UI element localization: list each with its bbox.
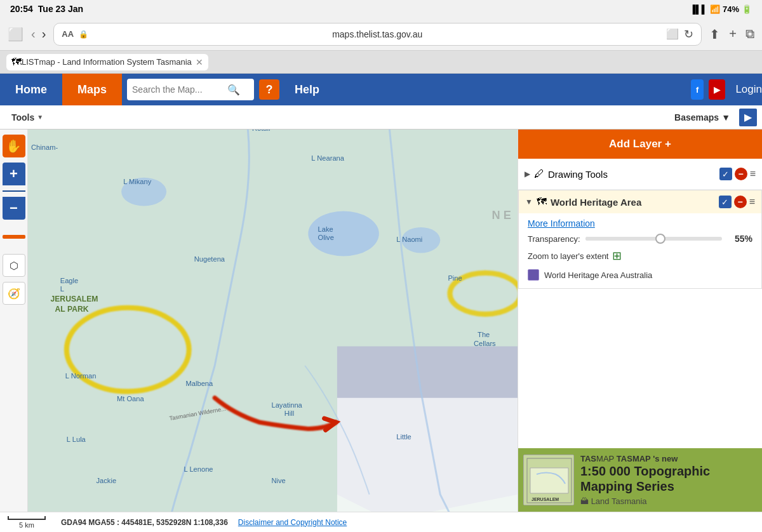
wifi-icon: 📶 (710, 4, 720, 14)
help-question-btn[interactable]: ? (259, 79, 279, 100)
svg-text:Lake: Lake (318, 225, 333, 233)
tools-bar: Tools ▼ Basemaps ▼ ▶ (0, 105, 762, 130)
tab-bar: 🗺 LISTmap - Land Information System Tasm… (0, 51, 762, 74)
drawing-tools-icon: 🖊 (534, 168, 544, 180)
active-tab[interactable]: 🗺 LISTmap - Land Information System Tasm… (6, 54, 208, 70)
svg-text:L: L (60, 285, 64, 293)
zoom-extent-row: Zoom to layer's extent ⊞ (528, 249, 752, 263)
ad-brand-text: Land Tasmania (591, 496, 647, 506)
new-tab-button[interactable]: + (729, 27, 737, 41)
ad-map-thumbnail: JERUSALEM (523, 455, 574, 505)
world-heritage-section: ▼ 🗺 World Heritage Area ✓ − ≡ More Infor… (518, 190, 762, 289)
legend-swatch (528, 269, 539, 281)
zoom-out-btn[interactable]: − (3, 197, 25, 220)
text-size-btn[interactable]: AA (62, 29, 74, 39)
tools-label: Tools (11, 112, 34, 123)
lock-icon: 🔒 (79, 30, 88, 39)
right-panel: Add Layer + ▶ 🖊 Drawing Tools ✓ − ≡ (518, 130, 762, 512)
svg-text:L Lula: L Lula (67, 436, 86, 443)
ad-banner: JERUSALEM TASMAP TASMAP 's new 1:50 000 … (518, 448, 762, 512)
login-btn[interactable]: Login (735, 83, 762, 96)
basemaps-arrow-icon: ▼ (721, 112, 730, 123)
wh-layer-icon: 🗺 (537, 196, 547, 208)
ad-description: 1:50 000 Topographic Mapping Series (580, 463, 757, 494)
battery: 74% (723, 4, 739, 14)
address-bar[interactable]: AA 🔒 maps.thelist.tas.gov.au ⬜ ↻ (53, 23, 702, 46)
social-links: f ▶ (691, 79, 725, 100)
svg-text:Olive: Olive (318, 234, 334, 241)
facebook-btn[interactable]: f (691, 79, 704, 100)
back-button[interactable]: ‹ (31, 27, 36, 41)
tab-favicon: 🗺 (11, 57, 22, 68)
transparency-slider-thumb[interactable] (655, 234, 665, 244)
svg-text:AL PARK: AL PARK (55, 305, 89, 314)
transparency-row: Transparency: 55% (528, 234, 752, 244)
search-box[interactable]: 🔍 (127, 79, 254, 100)
browser-chrome: ⬜ ‹ › AA 🔒 maps.thelist.tas.gov.au ⬜ ↻ ⬆… (0, 18, 762, 51)
basemaps-area: Basemaps ▼ ▶ (668, 109, 757, 126)
wh-remove-btn[interactable]: − (734, 196, 747, 208)
scale-bar: 5 km (8, 516, 46, 529)
compass-btn[interactable]: 🧭 (3, 282, 25, 305)
transparency-slider-wrap[interactable] (585, 237, 722, 241)
tools-arrow-icon: ▼ (37, 114, 43, 121)
checkbox-check-icon: ✓ (722, 170, 729, 179)
drawing-tools-remove-btn[interactable]: − (735, 168, 747, 180)
svg-text:Nive: Nive (271, 477, 285, 484)
tools-menu-btn[interactable]: Tools ▼ (5, 110, 50, 125)
play-btn[interactable]: ▶ (739, 109, 757, 126)
select-tool-btn[interactable]: ⬡ (3, 254, 25, 277)
wh-body: More Information Transparency: 55% Zoom … (519, 213, 761, 288)
sidebar-toggle-btn[interactable]: ⬜ (8, 27, 23, 42)
left-toolbar: ✋ + − ⬡ 🧭 (0, 130, 28, 512)
tab-close-btn[interactable]: ✕ (196, 57, 203, 67)
transparency-label: Transparency: (528, 234, 580, 244)
map-section: ✋ + − ⬡ 🧭 (0, 130, 762, 512)
svg-text:Hill: Hill (284, 409, 294, 417)
map-canvas[interactable]: Chinam- Rotuli L Nearana L Mikany Lake O… (28, 130, 518, 512)
pan-tool-btn[interactable]: ✋ (3, 135, 25, 157)
legend-label: World Heritage Area Australia (544, 270, 652, 280)
drawing-tools-expand-icon[interactable]: ▶ (525, 170, 530, 178)
battery-icon: 🔋 (742, 4, 752, 14)
red-indicator (3, 235, 25, 239)
drawing-tools-checkbox[interactable]: ✓ (719, 168, 732, 180)
basemaps-btn[interactable]: Basemaps ▼ (668, 110, 737, 125)
forward-button[interactable]: › (42, 27, 46, 41)
browser-actions: ⬆ + ⧉ (709, 27, 754, 42)
svg-text:JERUSALEM: JERUSALEM (531, 497, 559, 502)
search-icon[interactable]: 🔍 (227, 84, 240, 96)
status-bar: 20:54 Tue 23 Jan ▐▌▌ 📶 74% 🔋 (0, 0, 762, 18)
tabs-button[interactable]: ⧉ (745, 27, 754, 41)
svg-text:Malbena: Malbena (186, 380, 214, 387)
wh-expand-icon[interactable]: ▼ (525, 197, 533, 206)
add-layer-btn[interactable]: Add Layer + (518, 130, 762, 159)
tab-label: LISTmap - Land Information System Tasman… (22, 57, 192, 67)
nav-maps-btn[interactable]: Maps (62, 74, 122, 105)
nav-help-btn[interactable]: Help (279, 83, 335, 96)
bookmark-icon[interactable]: ⬜ (666, 28, 679, 40)
drawing-tools-label: Drawing Tools (548, 169, 716, 180)
ad-title: TASMAP TASMAP 's new (580, 454, 757, 463)
wh-menu-icon[interactable]: ≡ (749, 196, 755, 208)
disclaimer-link[interactable]: Disclaimer and Copyright Notice (238, 518, 347, 527)
transparency-slider-track (585, 237, 722, 241)
drawing-tools-controls: ✓ − ≡ (719, 168, 756, 180)
more-info-link[interactable]: More Information (528, 218, 752, 229)
nav-home-btn[interactable]: Home (0, 74, 62, 105)
wh-checkbox[interactable]: ✓ (719, 196, 732, 208)
svg-text:L Nearana: L Nearana (311, 154, 344, 162)
search-input[interactable] (132, 84, 227, 95)
svg-text:Rotuli: Rotuli (252, 130, 270, 132)
svg-text:Chinam-: Chinam- (31, 143, 58, 151)
svg-text:Jackie: Jackie (97, 477, 117, 484)
drawing-tools-menu-icon[interactable]: ≡ (750, 168, 756, 180)
share-button[interactable]: ⬆ (709, 27, 720, 42)
transparency-value: 55% (727, 234, 752, 244)
youtube-btn[interactable]: ▶ (709, 79, 725, 100)
svg-text:L Lenone: L Lenone (184, 465, 213, 473)
zoom-extent-icon[interactable]: ⊞ (612, 249, 622, 263)
zoom-in-btn[interactable]: + (3, 163, 25, 185)
reload-button[interactable]: ↻ (684, 27, 693, 41)
bottom-bar: 5 km GDA94 MGA55 : 445481E, 5352928N 1:1… (0, 512, 762, 532)
